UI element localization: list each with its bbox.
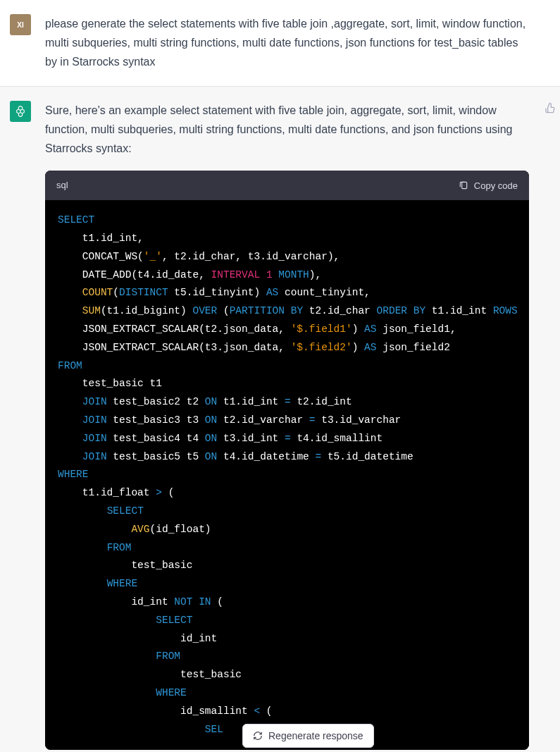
copy-code-button[interactable]: Copy code — [459, 180, 518, 191]
refresh-icon — [253, 731, 263, 741]
regenerate-button[interactable]: Regenerate response — [242, 724, 374, 748]
assistant-avatar — [10, 101, 31, 122]
svg-rect-0 — [462, 183, 467, 189]
assistant-message-row: Sure, here's an example select statement… — [0, 86, 560, 752]
thumbs-up-icon[interactable] — [545, 102, 556, 113]
regenerate-label: Regenerate response — [268, 730, 363, 741]
code-block: sql Copy code SELECT t1.id_int, CONCAT_W… — [45, 171, 529, 750]
clipboard-icon — [459, 180, 468, 190]
assistant-intro-text: Sure, here's an example select statement… — [45, 101, 529, 159]
code-header: sql Copy code — [45, 171, 529, 200]
assistant-message-content: Sure, here's an example select statement… — [45, 101, 550, 751]
avatar-initials: XI — [17, 21, 23, 29]
copy-code-label: Copy code — [474, 180, 518, 191]
user-message-row: XI please generate the select statements… — [0, 0, 560, 86]
code-body[interactable]: SELECT t1.id_int, CONCAT_WS('_', t2.id_c… — [45, 200, 529, 750]
user-message-text: please generate the select statements wi… — [45, 14, 550, 72]
user-avatar: XI — [10, 14, 31, 35]
regenerate-container: Regenerate response — [242, 724, 374, 748]
code-language-label: sql — [56, 178, 68, 193]
openai-logo-icon — [14, 105, 27, 118]
